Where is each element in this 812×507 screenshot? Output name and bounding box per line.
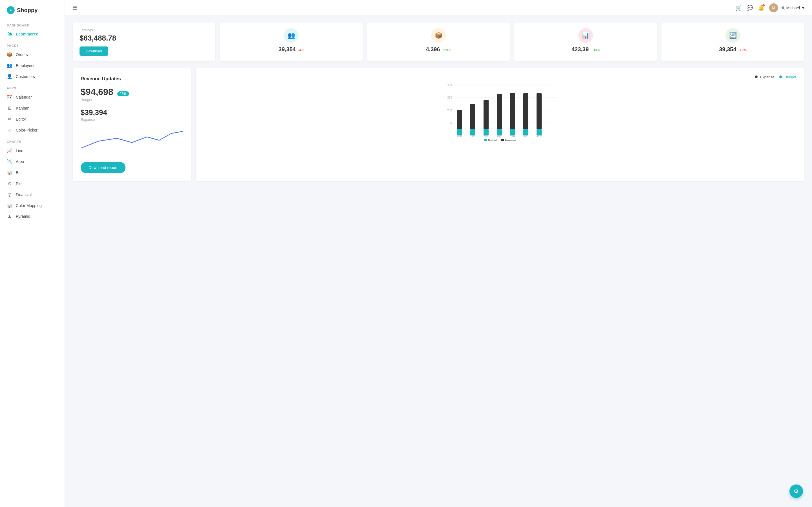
sidebar-item-label: Orders [16, 52, 28, 57]
stat-change: -12% [739, 48, 747, 52]
sidebar-item-label: Color-Mapping [16, 203, 42, 208]
stat-icon: 📊 [578, 28, 593, 43]
app-name: Shoppy [17, 7, 38, 13]
download-report-button[interactable]: Download report [81, 162, 125, 173]
editor-icon: ✏ [7, 116, 12, 122]
stat-number: 39,354 [719, 46, 736, 53]
sidebar-item-pie[interactable]: ⊙ Pie [0, 178, 64, 189]
stat-card-inner: 📊 423,39 +38% [521, 28, 650, 53]
sidebar-item-label: Editor [16, 117, 26, 121]
revenue-right-panel: Expanse Budget 400 300 [196, 68, 804, 181]
stat-num-row: 39,354 -4% [278, 46, 304, 53]
page-content: Earnings $63,488.78 Download 👥 39,354 -4… [65, 16, 812, 507]
stat-icon-row: 👥 [284, 28, 299, 43]
main-content: ☰ 🛒 💬 🔔 M Hi, Michael ▾ Earnings $63,488… [65, 0, 812, 507]
calendar-icon: 📅 [7, 94, 12, 100]
sidebar-item-label: Pie [16, 181, 21, 186]
stat-card-inner: 👥 39,354 -4% [227, 28, 356, 53]
pyramid-icon: ▲ [7, 214, 12, 219]
sidebar-item-calendar[interactable]: 📅 Calendar [0, 92, 64, 103]
sidebar-item-customers[interactable]: 👤 Customers [0, 71, 64, 82]
expanse-amount: $39,394 [81, 108, 183, 117]
bar-icon: 📊 [7, 170, 12, 175]
gear-icon: ⚙ [794, 488, 799, 495]
user-greeting: Hi, Michael [780, 6, 800, 10]
stat-num-row: 423,39 +38% [571, 46, 600, 53]
legend-dot-expanse [755, 75, 758, 78]
sidebar-item-pyramid[interactable]: ▲ Pyramid [0, 211, 64, 222]
sidebar-item-line[interactable]: 📈 Line [0, 145, 64, 156]
financial-icon: ◎ [7, 192, 12, 197]
notification-dot [762, 4, 765, 6]
stat-num-row: 4,396 +23% [426, 46, 451, 53]
download-button[interactable]: Download [80, 47, 108, 56]
sidebar-item-bar[interactable]: 📊 Bar [0, 167, 64, 178]
svg-rect-27 [537, 93, 542, 129]
stat-card-sales-stat: 📊 423,39 +38% [514, 22, 657, 61]
sidebar-item-orders[interactable]: 📦 Orders [0, 49, 64, 60]
sidebar-section-apps: APPS [0, 82, 64, 92]
kanban-icon: ⊞ [7, 105, 12, 111]
topbar: ☰ 🛒 💬 🔔 M Hi, Michael ▾ [65, 0, 812, 16]
sidebar-item-label: Ecommerce [16, 32, 38, 36]
svg-text:400: 400 [447, 83, 452, 87]
stat-icon: 🔄 [725, 28, 740, 43]
avatar: M [769, 3, 778, 12]
stat-card-earnings: Earnings $63,488.78 Download [73, 22, 215, 61]
bell-icon[interactable]: 🔔 [758, 5, 764, 11]
svg-text:July: July [537, 134, 542, 137]
sidebar-item-employees[interactable]: 👥 Employees [0, 60, 64, 71]
sidebar-item-label: Line [16, 149, 23, 153]
stat-card-refunds-stat: 🔄 39,354 -12% [661, 22, 804, 61]
stat-card-products-stat: 📦 4,396 +23% [367, 22, 510, 61]
pie-icon: ⊙ [7, 181, 12, 186]
svg-rect-21 [510, 93, 515, 129]
svg-text:Jun: Jun [523, 134, 528, 137]
user-menu[interactable]: M Hi, Michael ▾ [769, 3, 804, 12]
stat-change: +23% [442, 48, 451, 52]
sidebar-item-ecommerce[interactable]: 🛍 Ecommerce [0, 29, 64, 40]
sidebar-item-color-mapping[interactable]: 📊 Color-Mapping [0, 200, 64, 211]
sidebar-item-editor[interactable]: ✏ Editor [0, 114, 64, 124]
svg-text:Mar: Mar [484, 134, 489, 137]
budget-badge: 23% [117, 91, 129, 96]
chat-icon[interactable]: 💬 [747, 5, 753, 11]
stat-change: +38% [591, 48, 600, 52]
stat-card-inner: 🔄 39,354 -12% [668, 28, 797, 53]
sidebar-item-area[interactable]: 📉 Area [0, 156, 64, 167]
svg-text:200: 200 [447, 109, 452, 112]
sidebar-item-label: Kanban [16, 106, 29, 110]
legend-budget: Budget [779, 75, 796, 79]
sidebar: Shoppy DASHBOARD 🛍 Ecommerce PAGES 📦 Ord… [0, 0, 65, 507]
legend-dot-budget [779, 75, 782, 78]
sidebar-section-dashboard: DASHBOARD [0, 19, 64, 29]
line-chart [81, 128, 183, 154]
menu-icon[interactable]: ☰ [73, 5, 77, 11]
stat-icon: 👥 [284, 28, 299, 43]
app-logo[interactable]: Shoppy [0, 0, 64, 19]
sidebar-item-color-picker[interactable]: ◇ Color-Picker [0, 124, 64, 135]
stat-icon-row: 📦 [431, 28, 446, 43]
svg-text:May: May [510, 134, 515, 137]
stat-num-row: 39,354 -12% [719, 46, 746, 53]
line-chart-wrap [81, 128, 183, 155]
ecommerce-icon: 🛍 [7, 32, 12, 37]
stat-number: 423,39 [571, 46, 589, 53]
sidebar-item-financial[interactable]: ◎ Financial [0, 189, 64, 200]
budget-amount-row: $94,698 23% [81, 87, 183, 97]
sidebar-section-pages: PAGES [0, 40, 64, 49]
svg-text:Expense: Expense [505, 139, 516, 141]
sidebar-item-label: Financial [16, 192, 32, 197]
cart-icon[interactable]: 🛒 [735, 5, 742, 11]
stat-icon-row: 📊 [578, 28, 593, 43]
revenue-title: Revenue Updates [81, 76, 183, 82]
stat-change: -4% [298, 48, 304, 52]
settings-fab[interactable]: ⚙ [790, 485, 803, 498]
budget-amount: $94,698 [81, 87, 113, 97]
sidebar-item-kanban[interactable]: ⊞ Kanban [0, 103, 64, 114]
color-mapping-icon: 📊 [7, 203, 12, 208]
svg-rect-12 [470, 104, 475, 129]
logo-icon [7, 6, 15, 14]
svg-text:Budget: Budget [488, 139, 497, 141]
revenue-left-panel: Revenue Updates $94,698 23% Budget $39,3… [73, 68, 191, 181]
